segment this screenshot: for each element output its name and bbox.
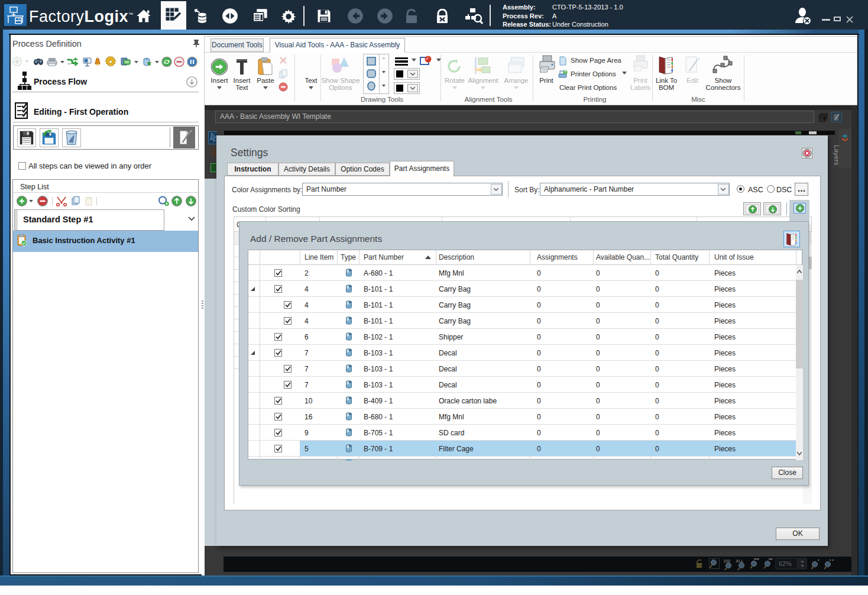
svg-text:?: ?: [564, 70, 566, 74]
svg-text:100: 100: [723, 559, 730, 563]
svg-text:62%: 62%: [779, 560, 792, 567]
svg-text:ALL: ALL: [736, 559, 744, 563]
